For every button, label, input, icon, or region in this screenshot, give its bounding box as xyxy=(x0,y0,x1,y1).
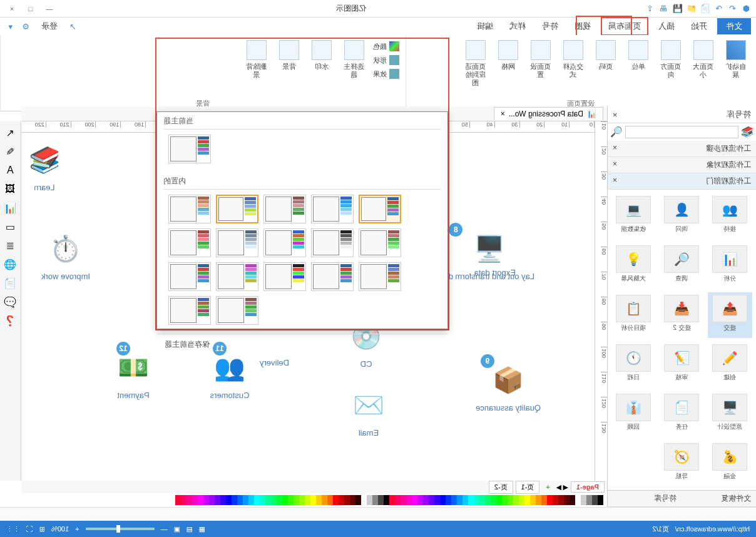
close-button[interactable]: × xyxy=(4,3,20,15)
color-swatch[interactable] xyxy=(446,495,451,505)
color-swatch[interactable] xyxy=(209,495,215,505)
shape-item[interactable]: 👤询问 xyxy=(660,193,704,239)
cross-style-button[interactable]: 交点样式 xyxy=(558,38,588,81)
shape-item[interactable]: ✏️创建 xyxy=(708,342,752,387)
help-dropdown-icon[interactable]: ▾ xyxy=(5,21,16,32)
save-icon[interactable]: 💾 xyxy=(672,3,683,14)
rect-icon[interactable]: ▭ xyxy=(3,219,18,234)
color-swatch[interactable] xyxy=(372,495,378,505)
theme-option[interactable] xyxy=(216,228,258,257)
color-swatch[interactable] xyxy=(485,495,491,505)
color-swatch[interactable] xyxy=(203,495,209,505)
theme-option[interactable] xyxy=(311,228,354,257)
color-swatch[interactable] xyxy=(423,495,429,505)
color-swatch[interactable] xyxy=(277,495,282,505)
shape-item[interactable]: 🖥️原型设计 xyxy=(708,391,752,437)
color-swatch[interactable] xyxy=(524,495,530,505)
effect-opt[interactable]: 效果 xyxy=(372,68,401,80)
theme-option[interactable] xyxy=(168,296,211,325)
color-swatch[interactable] xyxy=(440,495,446,505)
color-swatch[interactable] xyxy=(361,495,367,505)
theme-option[interactable] xyxy=(359,228,401,257)
color-swatch[interactable] xyxy=(575,495,581,505)
color-swatch[interactable] xyxy=(294,495,299,505)
theme-option[interactable] xyxy=(263,228,306,257)
shape-item[interactable]: 💰金融 xyxy=(708,441,752,486)
color-swatch[interactable] xyxy=(322,495,327,505)
shape-item[interactable]: 📄任务 xyxy=(660,391,704,437)
add-page-button[interactable]: + xyxy=(542,483,553,491)
color-swatch[interactable] xyxy=(553,495,558,505)
shape-item[interactable]: 📊分析 xyxy=(708,243,752,289)
page-tab[interactable]: Page-1 xyxy=(571,481,605,493)
color-swatch[interactable] xyxy=(417,495,423,505)
grid-button[interactable]: 网格 xyxy=(493,38,523,73)
color-swatch[interactable] xyxy=(395,495,401,505)
shape-category[interactable]: 工作流程部门× xyxy=(608,173,756,190)
tab-view[interactable]: 视图 xyxy=(568,18,597,34)
view-icon[interactable]: ▦ xyxy=(199,525,205,533)
color-swatch[interactable] xyxy=(401,495,406,505)
unit-button[interactable]: 单位 xyxy=(623,38,653,73)
color-swatch[interactable] xyxy=(181,495,186,505)
color-swatch[interactable] xyxy=(288,495,294,505)
tab-insert[interactable]: 插入 xyxy=(652,18,681,34)
login-link[interactable]: 登录 xyxy=(35,18,64,34)
color-swatch[interactable] xyxy=(462,495,468,505)
zoom-out[interactable]: — xyxy=(161,525,168,533)
color-swatch[interactable] xyxy=(339,495,344,505)
color-opt[interactable]: 颜色 xyxy=(372,40,401,53)
watermark-button[interactable]: 水印 xyxy=(307,38,337,73)
fit-page-button[interactable]: 页面适应到绘图 xyxy=(461,38,491,90)
color-swatch[interactable] xyxy=(598,495,603,505)
color-swatch[interactable] xyxy=(536,495,541,505)
redo-icon[interactable]: ↷ xyxy=(713,3,725,14)
page-orient-button[interactable]: 页面方向 xyxy=(656,38,686,81)
page-tab[interactable]: 页-2 xyxy=(489,481,513,494)
chart-icon[interactable]: 📊 xyxy=(3,200,18,215)
tab-symbol[interactable]: 符号 xyxy=(536,18,564,34)
background-button[interactable]: 背景 xyxy=(274,38,304,73)
view-icon[interactable]: ▣ xyxy=(174,525,180,533)
color-swatch[interactable] xyxy=(479,495,485,505)
footer-tab[interactable]: 符号库 xyxy=(608,491,682,507)
color-swatch[interactable] xyxy=(592,495,598,505)
shape-item[interactable]: 🔍调查 xyxy=(660,243,704,289)
color-swatch[interactable] xyxy=(541,495,547,505)
color-swatch[interactable] xyxy=(378,495,384,505)
color-swatch[interactable] xyxy=(412,495,417,505)
shape-item[interactable]: 📥提交 2 xyxy=(660,292,704,338)
shape-category[interactable]: 工作流程对象× xyxy=(608,157,756,173)
shape-item[interactable]: 👥接待 xyxy=(708,193,752,239)
shape-category[interactable]: 工作流程步骤× xyxy=(608,141,756,157)
remove-bg-button[interactable]: 删除背景 xyxy=(242,38,272,81)
fullscreen-icon[interactable]: ⛶ xyxy=(26,525,33,533)
color-swatch[interactable] xyxy=(316,495,322,505)
panel-close-icon[interactable]: × xyxy=(613,110,618,120)
theme-save[interactable]: 保存当前主题 xyxy=(157,334,447,355)
color-swatch[interactable] xyxy=(564,495,570,505)
canvas-shape-delivery[interactable]: Delivery xyxy=(260,357,289,367)
color-swatch[interactable] xyxy=(496,495,502,505)
shape-item[interactable]: 💻收集数据 xyxy=(611,193,656,239)
theme-option[interactable] xyxy=(359,262,401,291)
color-swatch[interactable] xyxy=(581,495,586,505)
canvas-shape-email[interactable]: ✉️Email xyxy=(347,383,391,437)
zoom-slider[interactable] xyxy=(86,528,155,530)
theme-current[interactable] xyxy=(168,135,211,163)
gear-icon[interactable]: ⚙ xyxy=(20,21,31,32)
select-theme-button[interactable]: 选择主题 xyxy=(339,38,369,81)
maximize-button[interactable]: □ xyxy=(23,3,39,15)
shape-item[interactable]: 👔回顾 xyxy=(611,391,656,437)
color-swatch[interactable] xyxy=(389,495,395,505)
page-tab[interactable]: 页-1 xyxy=(516,481,540,494)
color-swatch[interactable] xyxy=(260,495,265,505)
color-swatch[interactable] xyxy=(254,495,260,505)
color-swatch[interactable] xyxy=(220,495,226,505)
share-icon[interactable]: ↗ xyxy=(68,21,79,32)
search-icon[interactable]: 🔍 xyxy=(610,126,623,138)
auto-expand-button[interactable]: 自动扩展 xyxy=(721,38,751,81)
color-swatch[interactable] xyxy=(468,495,474,505)
pagenum-button[interactable]: 页码 xyxy=(591,38,621,73)
color-swatch[interactable] xyxy=(508,495,513,505)
